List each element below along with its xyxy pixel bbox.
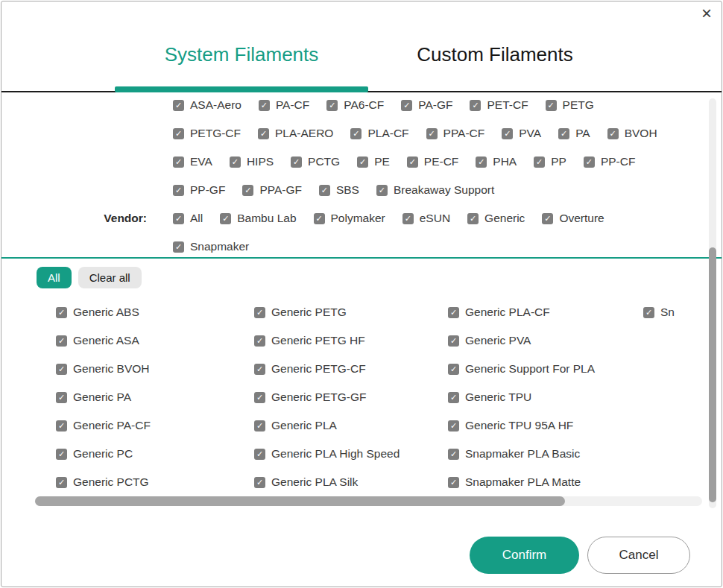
- filament-checkbox-generic-pla-silk[interactable]: ✓Generic PLA Silk: [254, 468, 448, 496]
- checkbox-checked-icon[interactable]: ✓: [173, 128, 184, 139]
- type-checkbox-hips[interactable]: ✓HIPS: [230, 155, 274, 168]
- checkbox-checked-icon[interactable]: ✓: [173, 185, 184, 196]
- filament-checkbox-generic-tpu-95a-hf[interactable]: ✓Generic TPU 95A HF: [448, 411, 643, 440]
- type-checkbox-pctg[interactable]: ✓PCTG: [291, 155, 340, 168]
- checkbox-checked-icon[interactable]: ✓: [584, 157, 595, 168]
- checkbox-checked-icon[interactable]: ✓: [546, 100, 557, 111]
- type-checkbox-pva[interactable]: ✓PVA: [502, 127, 541, 140]
- checkbox-checked-icon[interactable]: ✓: [56, 307, 67, 318]
- vendor-checkbox-all[interactable]: ✓All: [173, 212, 203, 225]
- checkbox-checked-icon[interactable]: ✓: [448, 477, 459, 488]
- vendor-checkbox-polymaker[interactable]: ✓Polymaker: [314, 212, 385, 225]
- checkbox-checked-icon[interactable]: ✓: [291, 157, 302, 168]
- filament-checkbox-generic-petg[interactable]: ✓Generic PETG: [254, 298, 448, 326]
- type-checkbox-breakaway-support[interactable]: ✓Breakaway Support: [376, 183, 494, 197]
- checkbox-checked-icon[interactable]: ✓: [56, 364, 67, 375]
- type-checkbox-pa-gf[interactable]: ✓PA-GF: [401, 98, 452, 112]
- filament-checkbox-generic-abs[interactable]: ✓Generic ABS: [56, 298, 254, 326]
- checkbox-checked-icon[interactable]: ✓: [56, 392, 67, 403]
- filament-checkbox-generic-pa[interactable]: ✓Generic PA: [56, 383, 254, 411]
- checkbox-checked-icon[interactable]: ✓: [426, 128, 438, 139]
- checkbox-checked-icon[interactable]: ✓: [173, 241, 184, 253]
- filament-checkbox-sn[interactable]: ✓Sn: [643, 298, 710, 326]
- checkbox-checked-icon[interactable]: ✓: [448, 307, 459, 318]
- checkbox-checked-icon[interactable]: ✓: [643, 307, 654, 318]
- type-checkbox-pha[interactable]: ✓PHA: [476, 155, 517, 168]
- filament-checkbox-generic-pc[interactable]: ✓Generic PC: [56, 440, 254, 468]
- filament-checkbox-snapmaker-pla-matte[interactable]: ✓Snapmaker PLA Matte: [448, 468, 643, 496]
- type-checkbox-petg[interactable]: ✓PETG: [546, 98, 594, 112]
- checkbox-checked-icon[interactable]: ✓: [173, 157, 184, 168]
- checkbox-checked-icon[interactable]: ✓: [258, 128, 269, 139]
- type-checkbox-pla-aero[interactable]: ✓PLA-AERO: [258, 127, 333, 140]
- type-checkbox-pe[interactable]: ✓PE: [357, 155, 390, 168]
- filament-checkbox-generic-bvoh[interactable]: ✓Generic BVOH: [56, 355, 254, 383]
- checkbox-checked-icon[interactable]: ✓: [607, 128, 619, 139]
- checkbox-checked-icon[interactable]: ✓: [319, 185, 330, 196]
- checkbox-checked-icon[interactable]: ✓: [401, 100, 412, 111]
- cancel-button[interactable]: Cancel: [587, 537, 690, 574]
- filament-checkbox-generic-pla-cf[interactable]: ✓Generic PLA-CF: [448, 298, 643, 326]
- confirm-button[interactable]: Confirm: [470, 537, 579, 574]
- checkbox-checked-icon[interactable]: ✓: [259, 100, 270, 111]
- checkbox-checked-icon[interactable]: ✓: [254, 420, 265, 431]
- filament-checkbox-generic-petg-gf[interactable]: ✓Generic PETG-GF: [254, 383, 448, 411]
- checkbox-checked-icon[interactable]: ✓: [357, 157, 368, 168]
- checkbox-checked-icon[interactable]: ✓: [470, 100, 481, 111]
- filament-checkbox-generic-pva[interactable]: ✓Generic PVA: [448, 326, 643, 355]
- checkbox-checked-icon[interactable]: ✓: [230, 157, 241, 168]
- type-checkbox-sbs[interactable]: ✓SBS: [319, 183, 359, 197]
- checkbox-checked-icon[interactable]: ✓: [407, 157, 418, 168]
- filament-checkbox-generic-asa[interactable]: ✓Generic ASA: [56, 326, 254, 355]
- checkbox-checked-icon[interactable]: ✓: [542, 213, 553, 224]
- type-checkbox-pla-cf[interactable]: ✓PLA-CF: [350, 127, 408, 140]
- vertical-scrollbar[interactable]: [709, 98, 716, 508]
- checkbox-checked-icon[interactable]: ✓: [314, 213, 325, 224]
- checkbox-checked-icon[interactable]: ✓: [173, 100, 184, 111]
- checkbox-checked-icon[interactable]: ✓: [254, 449, 265, 460]
- checkbox-checked-icon[interactable]: ✓: [56, 477, 67, 488]
- checkbox-checked-icon[interactable]: ✓: [402, 213, 414, 224]
- type-checkbox-petg-cf[interactable]: ✓PETG-CF: [173, 127, 241, 140]
- checkbox-checked-icon[interactable]: ✓: [476, 157, 487, 168]
- filament-checkbox-snapmaker-pla-basic[interactable]: ✓Snapmaker PLA Basic: [448, 440, 643, 468]
- tab-custom-filaments[interactable]: Custom Filaments: [368, 1, 622, 91]
- vertical-scrollbar-thumb[interactable]: [709, 247, 716, 502]
- checkbox-checked-icon[interactable]: ✓: [448, 364, 459, 375]
- filament-checkbox-generic-tpu[interactable]: ✓Generic TPU: [448, 383, 643, 411]
- type-checkbox-pe-cf[interactable]: ✓PE-CF: [407, 155, 459, 168]
- filament-checkbox-generic-pla[interactable]: ✓Generic PLA: [254, 411, 448, 440]
- checkbox-checked-icon[interactable]: ✓: [558, 128, 569, 139]
- horizontal-scrollbar[interactable]: [35, 496, 702, 506]
- checkbox-checked-icon[interactable]: ✓: [173, 213, 184, 224]
- type-checkbox-bvoh[interactable]: ✓BVOH: [607, 127, 657, 140]
- filament-checkbox-generic-support-for-pla[interactable]: ✓Generic Support For PLA: [448, 355, 643, 383]
- checkbox-checked-icon[interactable]: ✓: [254, 307, 265, 318]
- type-checkbox-ppa-cf[interactable]: ✓PPA-CF: [426, 127, 485, 140]
- checkbox-checked-icon[interactable]: ✓: [448, 392, 459, 403]
- type-checkbox-asa-aero[interactable]: ✓ASA-Aero: [173, 98, 241, 112]
- clear-all-button[interactable]: Clear all: [78, 267, 142, 288]
- type-checkbox-pp-cf[interactable]: ✓PP-CF: [584, 155, 636, 168]
- horizontal-scrollbar-thumb[interactable]: [35, 496, 565, 506]
- checkbox-checked-icon[interactable]: ✓: [448, 449, 459, 460]
- vendor-checkbox-overture[interactable]: ✓Overture: [542, 212, 604, 225]
- checkbox-checked-icon[interactable]: ✓: [467, 213, 479, 224]
- vendor-checkbox-generic[interactable]: ✓Generic: [467, 212, 525, 225]
- checkbox-checked-icon[interactable]: ✓: [56, 335, 67, 347]
- checkbox-checked-icon[interactable]: ✓: [56, 420, 67, 431]
- checkbox-checked-icon[interactable]: ✓: [326, 100, 338, 111]
- filament-checkbox-generic-petg-hf[interactable]: ✓Generic PETG HF: [254, 326, 448, 355]
- type-checkbox-pp[interactable]: ✓PP: [534, 155, 566, 168]
- checkbox-checked-icon[interactable]: ✓: [254, 392, 265, 403]
- type-checkbox-pa6-cf[interactable]: ✓PA6-CF: [326, 98, 384, 112]
- checkbox-checked-icon[interactable]: ✓: [376, 185, 388, 196]
- checkbox-checked-icon[interactable]: ✓: [242, 185, 253, 196]
- type-checkbox-pet-cf[interactable]: ✓PET-CF: [470, 98, 528, 112]
- checkbox-checked-icon[interactable]: ✓: [220, 213, 231, 224]
- checkbox-checked-icon[interactable]: ✓: [350, 128, 362, 139]
- filament-checkbox-generic-petg-cf[interactable]: ✓Generic PETG-CF: [254, 355, 448, 383]
- vendor-checkbox-bambu-lab[interactable]: ✓Bambu Lab: [220, 212, 296, 225]
- checkbox-checked-icon[interactable]: ✓: [448, 335, 459, 347]
- filament-checkbox-generic-pa-cf[interactable]: ✓Generic PA-CF: [56, 411, 254, 440]
